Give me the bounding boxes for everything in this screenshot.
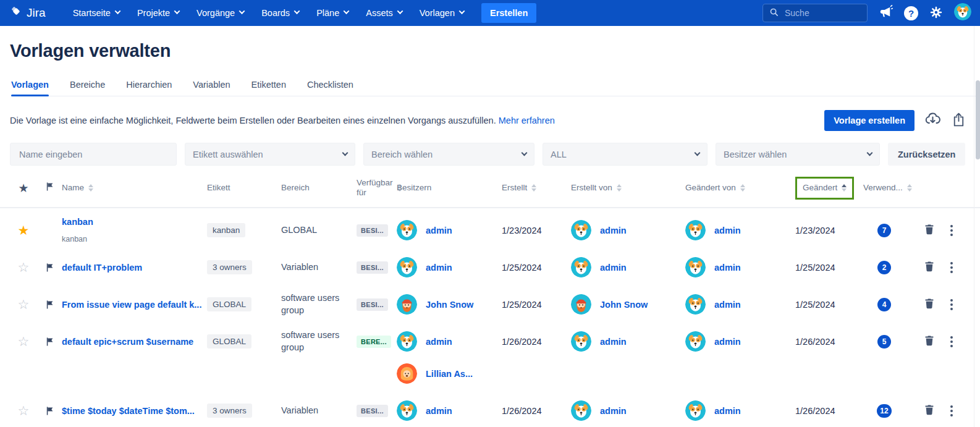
delete-button[interactable] bbox=[924, 335, 935, 348]
table-row-default-epic-scrum-username: ☆ default epic+scrum $username GLOBAL so… bbox=[10, 323, 974, 392]
star-outline-icon[interactable]: ☆ bbox=[18, 260, 30, 275]
more-actions-button[interactable] bbox=[948, 334, 955, 349]
tab-hierarchien[interactable]: Hierarchien bbox=[126, 77, 172, 96]
modified-by-link[interactable]: admin bbox=[714, 300, 741, 310]
cell-flag[interactable] bbox=[37, 289, 62, 321]
delete-button[interactable] bbox=[924, 224, 935, 237]
owner-link[interactable]: John Snow bbox=[426, 300, 473, 310]
table-row-kanban: ★ kanban kanban kanban GLOBAL BESI... ad… bbox=[10, 212, 974, 249]
tab-variablen[interactable]: Variablen bbox=[193, 77, 230, 96]
nav-item-projekte[interactable]: Projekte bbox=[130, 4, 187, 22]
flag-icon[interactable] bbox=[45, 300, 54, 310]
nav-item-pl-ne[interactable]: Pläne bbox=[309, 4, 356, 22]
cell-star[interactable]: ★ bbox=[10, 214, 37, 247]
delete-button[interactable] bbox=[924, 404, 935, 417]
column-header-created[interactable]: Erstellt bbox=[502, 183, 571, 193]
vertical-scrollbar[interactable] bbox=[974, 26, 980, 427]
tab-etiketten[interactable]: Etiketten bbox=[251, 77, 286, 96]
created-by-link[interactable]: admin bbox=[600, 226, 627, 235]
scrollbar-thumb[interactable] bbox=[976, 80, 980, 159]
owner-link[interactable]: admin bbox=[426, 263, 452, 273]
help-button[interactable]: ? bbox=[904, 6, 918, 20]
learn-more-link[interactable]: Mehr erfahren bbox=[499, 116, 555, 125]
nav-item-startseite[interactable]: Startseite bbox=[65, 4, 127, 22]
template-name-link[interactable]: From issue view page default k... bbox=[62, 300, 207, 310]
more-actions-button[interactable] bbox=[948, 260, 955, 275]
owner-link[interactable]: Lillian As... bbox=[426, 369, 473, 379]
created-by-link[interactable]: admin bbox=[600, 337, 627, 347]
tab-checklisten[interactable]: Checklisten bbox=[307, 77, 353, 96]
flag-icon[interactable] bbox=[45, 263, 54, 273]
owner-filter-select[interactable]: Besitzer wählen bbox=[716, 143, 880, 166]
star-filled-icon[interactable]: ★ bbox=[18, 223, 30, 238]
scope-filter-select[interactable]: Bereich wählen bbox=[363, 143, 534, 166]
import-button[interactable] bbox=[924, 111, 941, 130]
modified-by-link[interactable]: admin bbox=[714, 337, 741, 347]
more-actions-button[interactable] bbox=[948, 404, 955, 418]
star-outline-icon[interactable]: ☆ bbox=[18, 404, 30, 418]
column-header-available[interactable]: Verfügbar für bbox=[357, 178, 397, 199]
cell-flag[interactable] bbox=[37, 252, 62, 284]
create-template-button[interactable]: Vorlage erstellen bbox=[824, 110, 915, 131]
delete-button[interactable] bbox=[924, 298, 935, 311]
column-header-name[interactable]: Name bbox=[62, 183, 207, 193]
cell-star[interactable]: ☆ bbox=[10, 289, 37, 321]
tab-bereiche[interactable]: Bereiche bbox=[70, 77, 105, 96]
cell-star[interactable]: ☆ bbox=[10, 252, 37, 284]
template-name-link[interactable]: $time $today $dateTime $tom... bbox=[62, 406, 207, 416]
flag-icon[interactable] bbox=[45, 337, 54, 347]
template-name-link[interactable]: default epic+scrum $username bbox=[62, 337, 207, 347]
created-by-link[interactable]: John Snow bbox=[600, 300, 648, 310]
sort-icon bbox=[842, 184, 847, 192]
column-header-used[interactable]: Verwend... bbox=[863, 183, 905, 193]
cell-flag[interactable] bbox=[37, 326, 62, 358]
export-button[interactable] bbox=[951, 112, 966, 129]
column-header-star[interactable]: ★ bbox=[10, 181, 37, 196]
created-by-link[interactable]: admin bbox=[600, 263, 627, 273]
column-header-modified-by[interactable]: Geändert von bbox=[685, 183, 795, 193]
modified-by-link[interactable]: admin bbox=[714, 263, 741, 273]
availability-chip: BESI... bbox=[357, 405, 388, 417]
column-header-modified[interactable]: Geändert bbox=[795, 177, 863, 200]
cell-flag[interactable] bbox=[37, 395, 62, 427]
star-outline-icon[interactable]: ☆ bbox=[18, 334, 30, 349]
jira-logo[interactable]: Jira bbox=[10, 5, 46, 21]
sort-icon bbox=[907, 184, 912, 192]
search-input[interactable] bbox=[784, 7, 858, 19]
column-header-flag[interactable] bbox=[37, 182, 62, 195]
cell-star[interactable]: ☆ bbox=[10, 326, 37, 358]
nav-item-boards[interactable]: Boards bbox=[254, 4, 306, 22]
cell-star[interactable]: ☆ bbox=[10, 395, 37, 427]
more-actions-button[interactable] bbox=[948, 223, 955, 238]
created-by-link[interactable]: admin bbox=[600, 406, 627, 416]
announcements-button[interactable] bbox=[879, 5, 893, 21]
owner-link[interactable]: admin bbox=[426, 226, 452, 235]
modified-by-link[interactable]: admin bbox=[714, 406, 741, 416]
label-chip: GLOBAL bbox=[207, 297, 251, 311]
user-avatar[interactable] bbox=[954, 3, 971, 23]
nav-item-vorlagen[interactable]: Vorlagen bbox=[412, 4, 471, 22]
settings-button[interactable] bbox=[929, 6, 943, 21]
nav-item-assets[interactable]: Assets bbox=[358, 4, 410, 22]
delete-button[interactable] bbox=[924, 261, 935, 274]
star-outline-icon[interactable]: ☆ bbox=[18, 297, 30, 312]
nav-item-vorg-nge[interactable]: Vorgänge bbox=[189, 4, 251, 22]
global-search[interactable] bbox=[762, 4, 868, 22]
create-button[interactable]: Erstellen bbox=[481, 3, 536, 23]
modified-by-link[interactable]: admin bbox=[714, 226, 741, 235]
reset-filters-button[interactable]: Zurücksetzen bbox=[888, 143, 965, 166]
trash-icon bbox=[924, 261, 935, 274]
chevron-down-icon bbox=[114, 8, 120, 14]
label-filter-select[interactable]: Etikett auswählen bbox=[185, 143, 355, 166]
availability-filter-select[interactable]: ALL bbox=[543, 143, 708, 166]
tab-vorlagen[interactable]: Vorlagen bbox=[11, 77, 49, 96]
owner-link[interactable]: admin bbox=[426, 406, 452, 416]
template-name-link[interactable]: default IT+problem bbox=[62, 263, 207, 273]
name-filter[interactable] bbox=[10, 143, 177, 166]
name-filter-input[interactable] bbox=[18, 149, 169, 160]
more-actions-button[interactable] bbox=[948, 297, 955, 312]
template-name-link[interactable]: kanban bbox=[62, 217, 207, 227]
flag-icon[interactable] bbox=[45, 406, 54, 416]
column-header-created-by[interactable]: Erstellt von bbox=[571, 183, 685, 193]
owner-link[interactable]: admin bbox=[426, 337, 452, 347]
